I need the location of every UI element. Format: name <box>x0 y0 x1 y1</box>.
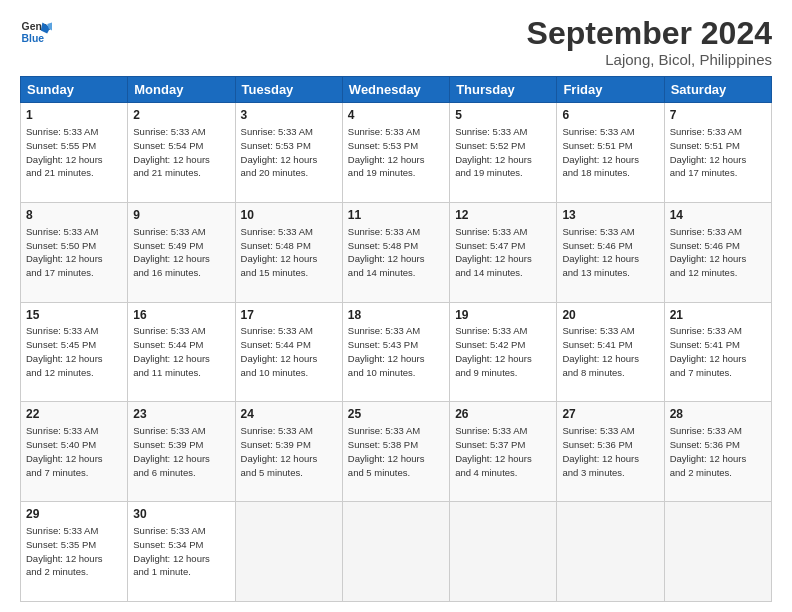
table-row <box>235 502 342 602</box>
day-info: Sunrise: 5:33 AM Sunset: 5:36 PM Dayligh… <box>562 424 658 479</box>
table-row: 4Sunrise: 5:33 AM Sunset: 5:53 PM Daylig… <box>342 103 449 203</box>
day-info: Sunrise: 5:33 AM Sunset: 5:45 PM Dayligh… <box>26 324 122 379</box>
table-row: 16Sunrise: 5:33 AM Sunset: 5:44 PM Dayli… <box>128 302 235 402</box>
day-info: Sunrise: 5:33 AM Sunset: 5:54 PM Dayligh… <box>133 125 229 180</box>
table-row: 21Sunrise: 5:33 AM Sunset: 5:41 PM Dayli… <box>664 302 771 402</box>
table-row: 18Sunrise: 5:33 AM Sunset: 5:43 PM Dayli… <box>342 302 449 402</box>
day-number: 18 <box>348 307 444 324</box>
day-number: 27 <box>562 406 658 423</box>
table-row <box>342 502 449 602</box>
table-row: 27Sunrise: 5:33 AM Sunset: 5:36 PM Dayli… <box>557 402 664 502</box>
day-info: Sunrise: 5:33 AM Sunset: 5:46 PM Dayligh… <box>562 225 658 280</box>
day-number: 16 <box>133 307 229 324</box>
col-tuesday: Tuesday <box>235 77 342 103</box>
day-number: 14 <box>670 207 766 224</box>
day-info: Sunrise: 5:33 AM Sunset: 5:44 PM Dayligh… <box>133 324 229 379</box>
day-info: Sunrise: 5:33 AM Sunset: 5:43 PM Dayligh… <box>348 324 444 379</box>
table-row: 17Sunrise: 5:33 AM Sunset: 5:44 PM Dayli… <box>235 302 342 402</box>
day-number: 7 <box>670 107 766 124</box>
calendar-table: Sunday Monday Tuesday Wednesday Thursday… <box>20 76 772 602</box>
day-info: Sunrise: 5:33 AM Sunset: 5:48 PM Dayligh… <box>241 225 337 280</box>
table-row: 24Sunrise: 5:33 AM Sunset: 5:39 PM Dayli… <box>235 402 342 502</box>
day-info: Sunrise: 5:33 AM Sunset: 5:46 PM Dayligh… <box>670 225 766 280</box>
table-row: 14Sunrise: 5:33 AM Sunset: 5:46 PM Dayli… <box>664 202 771 302</box>
day-number: 12 <box>455 207 551 224</box>
table-row <box>450 502 557 602</box>
day-info: Sunrise: 5:33 AM Sunset: 5:39 PM Dayligh… <box>133 424 229 479</box>
day-info: Sunrise: 5:33 AM Sunset: 5:50 PM Dayligh… <box>26 225 122 280</box>
table-row: 29Sunrise: 5:33 AM Sunset: 5:35 PM Dayli… <box>21 502 128 602</box>
day-number: 20 <box>562 307 658 324</box>
day-number: 8 <box>26 207 122 224</box>
day-number: 5 <box>455 107 551 124</box>
day-number: 9 <box>133 207 229 224</box>
table-row: 25Sunrise: 5:33 AM Sunset: 5:38 PM Dayli… <box>342 402 449 502</box>
table-row <box>557 502 664 602</box>
day-info: Sunrise: 5:33 AM Sunset: 5:36 PM Dayligh… <box>670 424 766 479</box>
day-info: Sunrise: 5:33 AM Sunset: 5:51 PM Dayligh… <box>670 125 766 180</box>
table-row: 7Sunrise: 5:33 AM Sunset: 5:51 PM Daylig… <box>664 103 771 203</box>
day-number: 1 <box>26 107 122 124</box>
day-info: Sunrise: 5:33 AM Sunset: 5:35 PM Dayligh… <box>26 524 122 579</box>
calendar-header-row: Sunday Monday Tuesday Wednesday Thursday… <box>21 77 772 103</box>
day-number: 4 <box>348 107 444 124</box>
table-row: 23Sunrise: 5:33 AM Sunset: 5:39 PM Dayli… <box>128 402 235 502</box>
day-info: Sunrise: 5:33 AM Sunset: 5:53 PM Dayligh… <box>348 125 444 180</box>
table-row <box>664 502 771 602</box>
day-info: Sunrise: 5:33 AM Sunset: 5:37 PM Dayligh… <box>455 424 551 479</box>
header: General Blue September 2024 Lajong, Bico… <box>20 16 772 68</box>
day-number: 30 <box>133 506 229 523</box>
calendar-week-row: 8Sunrise: 5:33 AM Sunset: 5:50 PM Daylig… <box>21 202 772 302</box>
logo-icon: General Blue <box>20 16 52 48</box>
day-info: Sunrise: 5:33 AM Sunset: 5:38 PM Dayligh… <box>348 424 444 479</box>
day-number: 25 <box>348 406 444 423</box>
table-row: 3Sunrise: 5:33 AM Sunset: 5:53 PM Daylig… <box>235 103 342 203</box>
day-info: Sunrise: 5:33 AM Sunset: 5:49 PM Dayligh… <box>133 225 229 280</box>
day-info: Sunrise: 5:33 AM Sunset: 5:52 PM Dayligh… <box>455 125 551 180</box>
svg-text:Blue: Blue <box>22 33 45 44</box>
table-row: 30Sunrise: 5:33 AM Sunset: 5:34 PM Dayli… <box>128 502 235 602</box>
table-row: 11Sunrise: 5:33 AM Sunset: 5:48 PM Dayli… <box>342 202 449 302</box>
table-row: 5Sunrise: 5:33 AM Sunset: 5:52 PM Daylig… <box>450 103 557 203</box>
day-number: 23 <box>133 406 229 423</box>
day-info: Sunrise: 5:33 AM Sunset: 5:42 PM Dayligh… <box>455 324 551 379</box>
day-info: Sunrise: 5:33 AM Sunset: 5:55 PM Dayligh… <box>26 125 122 180</box>
col-friday: Friday <box>557 77 664 103</box>
day-number: 24 <box>241 406 337 423</box>
table-row: 15Sunrise: 5:33 AM Sunset: 5:45 PM Dayli… <box>21 302 128 402</box>
logo: General Blue <box>20 16 52 48</box>
col-sunday: Sunday <box>21 77 128 103</box>
table-row: 13Sunrise: 5:33 AM Sunset: 5:46 PM Dayli… <box>557 202 664 302</box>
day-number: 28 <box>670 406 766 423</box>
day-number: 29 <box>26 506 122 523</box>
table-row: 22Sunrise: 5:33 AM Sunset: 5:40 PM Dayli… <box>21 402 128 502</box>
day-info: Sunrise: 5:33 AM Sunset: 5:51 PM Dayligh… <box>562 125 658 180</box>
day-info: Sunrise: 5:33 AM Sunset: 5:40 PM Dayligh… <box>26 424 122 479</box>
table-row: 20Sunrise: 5:33 AM Sunset: 5:41 PM Dayli… <box>557 302 664 402</box>
day-info: Sunrise: 5:33 AM Sunset: 5:48 PM Dayligh… <box>348 225 444 280</box>
col-thursday: Thursday <box>450 77 557 103</box>
day-info: Sunrise: 5:33 AM Sunset: 5:34 PM Dayligh… <box>133 524 229 579</box>
day-number: 26 <box>455 406 551 423</box>
day-info: Sunrise: 5:33 AM Sunset: 5:53 PM Dayligh… <box>241 125 337 180</box>
day-number: 15 <box>26 307 122 324</box>
day-number: 3 <box>241 107 337 124</box>
title-area: September 2024 Lajong, Bicol, Philippine… <box>527 16 772 68</box>
day-number: 17 <box>241 307 337 324</box>
day-number: 6 <box>562 107 658 124</box>
day-info: Sunrise: 5:33 AM Sunset: 5:47 PM Dayligh… <box>455 225 551 280</box>
main-title: September 2024 <box>527 16 772 51</box>
table-row: 28Sunrise: 5:33 AM Sunset: 5:36 PM Dayli… <box>664 402 771 502</box>
table-row: 9Sunrise: 5:33 AM Sunset: 5:49 PM Daylig… <box>128 202 235 302</box>
table-row: 19Sunrise: 5:33 AM Sunset: 5:42 PM Dayli… <box>450 302 557 402</box>
day-info: Sunrise: 5:33 AM Sunset: 5:39 PM Dayligh… <box>241 424 337 479</box>
day-number: 19 <box>455 307 551 324</box>
table-row: 8Sunrise: 5:33 AM Sunset: 5:50 PM Daylig… <box>21 202 128 302</box>
col-monday: Monday <box>128 77 235 103</box>
day-number: 11 <box>348 207 444 224</box>
table-row: 1Sunrise: 5:33 AM Sunset: 5:55 PM Daylig… <box>21 103 128 203</box>
col-wednesday: Wednesday <box>342 77 449 103</box>
table-row: 2Sunrise: 5:33 AM Sunset: 5:54 PM Daylig… <box>128 103 235 203</box>
day-number: 21 <box>670 307 766 324</box>
calendar-week-row: 22Sunrise: 5:33 AM Sunset: 5:40 PM Dayli… <box>21 402 772 502</box>
